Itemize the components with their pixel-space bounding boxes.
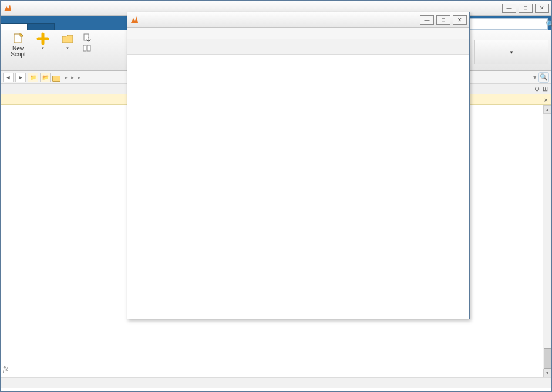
scroll-thumb[interactable] (544, 348, 551, 369)
cmd-undock-icon[interactable]: ⊞ (543, 85, 548, 93)
nav-back-button[interactable]: ◄ (3, 73, 14, 82)
figure-canvas[interactable] (127, 55, 469, 319)
svg-rect-1 (84, 34, 89, 40)
compare-icon (83, 44, 91, 52)
figure-titlebar[interactable]: — □ ✕ (127, 12, 469, 28)
open-icon (61, 32, 74, 45)
fig-close-button[interactable]: ✕ (453, 15, 467, 25)
maximize-button[interactable]: □ (519, 4, 533, 13)
figure-menubar (127, 28, 469, 39)
matlab-logo-icon (130, 15, 139, 25)
folder-icon (52, 76, 60, 82)
banner-close-icon[interactable]: × (544, 96, 548, 103)
minimize-button[interactable]: — (502, 4, 516, 13)
scrollbar[interactable]: ▴ ▾ (543, 105, 551, 377)
svg-rect-4 (87, 45, 90, 51)
compare-button[interactable] (80, 43, 95, 53)
nav-up-button[interactable]: 📁 (28, 73, 38, 82)
nav-forward-button[interactable]: ► (15, 73, 26, 82)
new-icon (36, 32, 49, 45)
tab-plots[interactable] (28, 23, 55, 30)
figure-toolbar (127, 39, 469, 55)
close-button[interactable]: ✕ (535, 4, 549, 13)
open-button[interactable]: ▼ (56, 32, 79, 58)
plot-axes[interactable] (127, 55, 470, 319)
figure-window[interactable]: — □ ✕ (127, 12, 470, 319)
fig-maximize-button[interactable]: □ (436, 15, 450, 25)
search-input[interactable] (466, 21, 546, 28)
scroll-down-button[interactable]: ▾ (543, 369, 551, 377)
find-files-button[interactable] (80, 33, 95, 42)
new-button[interactable]: ▼ (31, 32, 55, 58)
fig-minimize-button[interactable]: — (420, 15, 434, 25)
tab-home[interactable] (1, 23, 28, 30)
statusbar (1, 377, 551, 388)
fx-prompt-icon[interactable]: fx (3, 363, 8, 374)
resources-panel[interactable]: ▼ (474, 40, 548, 64)
path-search-icon[interactable]: 🔍 (538, 72, 549, 83)
find-files-icon (83, 33, 91, 42)
search-box[interactable]: 🔍 (466, 18, 548, 30)
cmd-actions-icon[interactable]: ⊙ (534, 85, 540, 93)
search-icon[interactable]: 🔍 (546, 20, 552, 28)
new-script-button[interactable]: NewScript (6, 32, 30, 58)
path-dropdown-icon[interactable]: ▾ (533, 73, 537, 81)
scroll-up-button[interactable]: ▴ (543, 105, 551, 114)
matlab-logo-icon (3, 4, 12, 13)
new-script-icon (12, 32, 25, 45)
nav-history-button[interactable]: 📂 (40, 73, 51, 82)
svg-rect-3 (83, 45, 86, 51)
